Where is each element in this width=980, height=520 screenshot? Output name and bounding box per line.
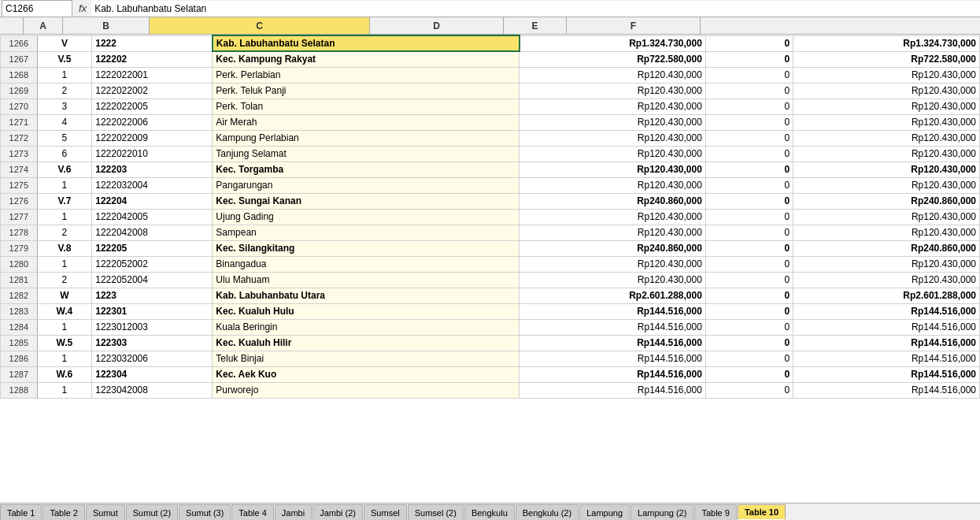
cell-f[interactable]: Rp120.430,000 [793,177,980,193]
cell-f[interactable]: Rp144.516,000 [793,351,980,366]
cell-d[interactable]: Rp120.430,000 [520,272,706,288]
cell-d[interactable]: Rp144.516,000 [520,382,706,398]
cell-e[interactable]: 0 [705,114,793,130]
cell-e[interactable]: 0 [705,98,793,114]
cell-f[interactable]: Rp144.516,000 [793,303,980,319]
cell-e[interactable]: 0 [705,319,793,335]
table-row[interactable]: 128811223042008PurworejoRp144.516,0000Rp… [1,382,980,398]
cell-f[interactable]: Rp120.430,000 [793,272,980,288]
sheet-tab-lampung[interactable]: Lampung [579,504,630,520]
cell-a[interactable]: W.4 [37,303,92,319]
cell-c[interactable]: Tanjung Selamat [213,146,520,162]
cell-e[interactable]: 0 [705,177,793,193]
cell-e[interactable]: 0 [705,209,793,225]
sheet-tab-sumsel2[interactable]: Sumsel (2) [408,504,464,520]
cell-f[interactable]: Rp144.516,000 [793,335,980,351]
cell-a[interactable]: V.8 [37,240,92,256]
table-row[interactable]: 128411223012003Kuala BeringinRp144.516,0… [1,319,980,335]
cell-c[interactable]: Perk. Teluk Panji [213,83,520,98]
sheet-tab-sumut3[interactable]: Sumut (3) [179,504,231,520]
cell-c[interactable]: Perk. Perlabian [213,67,520,83]
cell-f[interactable]: Rp120.430,000 [793,256,980,272]
cell-c[interactable]: Kab. Labuhanbatu Selatan [213,35,520,51]
table-row[interactable]: 1285W.5122303Kec. Kualuh HilirRp144.516,… [1,335,980,351]
sheet-tab-lampung2[interactable]: Lampung (2) [631,504,693,520]
cell-d[interactable]: Rp144.516,000 [520,351,706,366]
table-row[interactable]: 127031222022005Perk. TolanRp120.430,0000… [1,98,980,114]
cell-a[interactable]: V.6 [37,162,92,177]
cell-b[interactable]: 1222022002 [92,83,213,98]
cell-b[interactable]: 1223042008 [92,382,213,398]
cell-c[interactable]: Kuala Beringin [213,319,520,335]
col-header-D[interactable]: D [370,17,504,34]
cell-d[interactable]: Rp120.430,000 [520,162,706,177]
cell-d[interactable]: Rp120.430,000 [520,209,706,225]
cell-f[interactable]: Rp120.430,000 [793,98,980,114]
table-row[interactable]: 128611223032006Teluk BinjaiRp144.516,000… [1,351,980,366]
sheet-tab-table10[interactable]: Table 10 [738,504,786,520]
cell-c[interactable]: Ulu Mahuam [213,272,520,288]
cell-f[interactable]: Rp120.430,000 [793,67,980,83]
cell-a[interactable]: 1 [37,67,92,83]
cell-d[interactable]: Rp240.860,000 [520,240,706,256]
table-row[interactable]: 1283W.4122301Kec. Kualuh HuluRp144.516,0… [1,303,980,319]
cell-c[interactable]: Ujung Gading [213,209,520,225]
cell-a[interactable]: 1 [37,351,92,366]
cell-c[interactable]: Kab. Labuhanbatu Utara [213,288,520,303]
cell-a[interactable]: V.5 [37,51,92,67]
cell-a[interactable]: 1 [37,256,92,272]
cell-d[interactable]: Rp120.430,000 [520,177,706,193]
cell-d[interactable]: Rp120.430,000 [520,98,706,114]
cell-f[interactable]: Rp120.430,000 [793,146,980,162]
table-row[interactable]: 127821222042008SampeanRp120.430,0000Rp12… [1,225,980,240]
cell-b[interactable]: 122204 [92,193,213,209]
col-header-B[interactable]: B [63,17,150,34]
col-header-E[interactable]: E [504,17,567,34]
cell-b[interactable]: 1222022006 [92,114,213,130]
cell-d[interactable]: Rp120.430,000 [520,225,706,240]
cell-a[interactable]: 3 [37,98,92,114]
cell-a[interactable]: W.6 [37,366,92,382]
cell-d[interactable]: Rp2.601.288,000 [520,288,706,303]
cell-b[interactable]: 1222022005 [92,98,213,114]
sheet-tab-sumut2[interactable]: Sumut (2) [126,504,178,520]
cell-f[interactable]: Rp120.430,000 [793,83,980,98]
cell-c[interactable]: Pangarungan [213,177,520,193]
cell-b[interactable]: 1222042008 [92,225,213,240]
table-row[interactable]: 126811222022001Perk. PerlabianRp120.430,… [1,67,980,83]
cell-c[interactable]: Kec. Sungai Kanan [213,193,520,209]
cell-c[interactable]: Kec. Kualuh Hulu [213,303,520,319]
table-row[interactable]: 126921222022002Perk. Teluk PanjiRp120.43… [1,83,980,98]
cell-c[interactable]: Sampean [213,225,520,240]
cell-a[interactable]: 1 [37,209,92,225]
cell-e[interactable]: 0 [705,335,793,351]
cell-f[interactable]: Rp240.860,000 [793,240,980,256]
table-row[interactable]: 1287W.6122304Kec. Aek KuoRp144.516,0000R… [1,366,980,382]
cell-b[interactable]: 122303 [92,335,213,351]
cell-e[interactable]: 0 [705,83,793,98]
cell-e[interactable]: 0 [705,146,793,162]
table-row[interactable]: 127361222022010Tanjung SelamatRp120.430,… [1,146,980,162]
cell-c[interactable]: Kec. Torgamba [213,162,520,177]
cell-b[interactable]: 1222032004 [92,177,213,193]
cell-a[interactable]: 2 [37,272,92,288]
cell-d[interactable]: Rp120.430,000 [520,114,706,130]
cell-e[interactable]: 0 [705,35,793,51]
cell-e[interactable]: 0 [705,130,793,146]
cell-b[interactable]: 122202 [92,51,213,67]
cell-c[interactable]: Purworejo [213,382,520,398]
col-header-F[interactable]: F [567,17,701,34]
cell-b[interactable]: 1222022010 [92,146,213,162]
cell-b[interactable]: 122301 [92,303,213,319]
cell-b[interactable]: 1222052004 [92,272,213,288]
cell-d[interactable]: Rp120.430,000 [520,256,706,272]
cell-e[interactable]: 0 [705,193,793,209]
cell-d[interactable]: Rp144.516,000 [520,303,706,319]
cell-f[interactable]: Rp722.580,000 [793,51,980,67]
cell-d[interactable]: Rp240.860,000 [520,193,706,209]
cell-f[interactable]: Rp120.430,000 [793,209,980,225]
sheet-tab-sumsel[interactable]: Sumsel [364,504,407,520]
cell-f[interactable]: Rp120.430,000 [793,225,980,240]
cell-a[interactable]: V [37,35,92,51]
table-row[interactable]: 127141222022006Air MerahRp120.430,0000Rp… [1,114,980,130]
